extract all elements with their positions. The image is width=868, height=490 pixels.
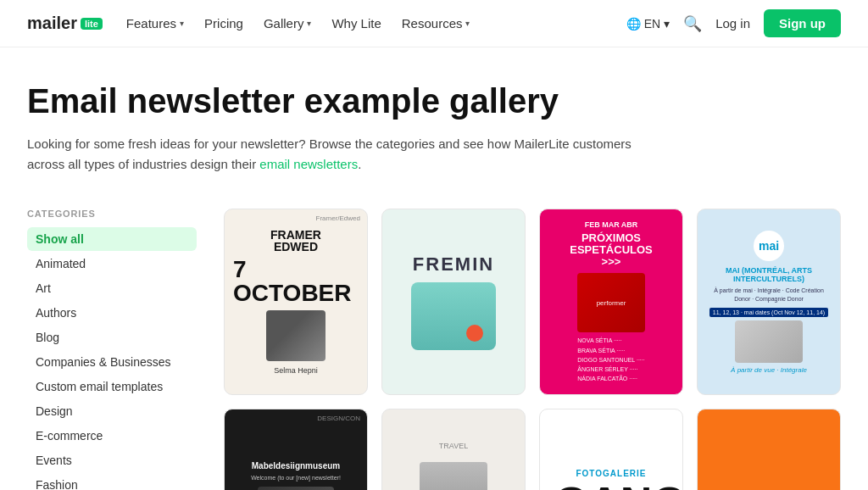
card-label-5: DESIGN/CON [317, 415, 360, 422]
card1-author: Selma Hepni [274, 366, 318, 375]
nav-pricing[interactable]: Pricing [204, 16, 243, 31]
card4-logo: mai [754, 231, 784, 261]
nav-resources[interactable]: Resources ▾ [402, 16, 470, 31]
chevron-down-icon: ▾ [180, 19, 184, 28]
card3-image: performer [577, 273, 645, 332]
card6-label: TRAVEL [439, 442, 468, 450]
globe-icon: 🌐 [626, 17, 641, 31]
sidebar-item-events[interactable]: Events [27, 448, 197, 472]
nav-whylite[interactable]: Why Lite [331, 16, 381, 31]
sidebar-item-authors[interactable]: Authors [27, 301, 197, 325]
card-content-6: TRAVEL Newsletter [382, 409, 525, 490]
search-icon[interactable]: 🔍 [683, 14, 702, 33]
card3-list: NOVA SÉTIA ····· BRAVA SÉTIA ····· DIOGO… [577, 336, 644, 383]
language-selector[interactable]: 🌐 EN ▾ [626, 17, 670, 31]
logo-text: mailer [27, 14, 77, 33]
card7-sublabel: FOTOGALERIE [576, 469, 646, 478]
sidebar-item-fashion[interactable]: Fashion [27, 473, 197, 490]
sidebar-item-art[interactable]: Art [27, 276, 197, 300]
sidebar: CATEGORIES Show all Animated Art Authors… [27, 209, 197, 490]
logo-badge: lite [81, 18, 103, 30]
card-content-2: FREMIN [382, 209, 525, 394]
card-content-3: FEB MAR ABR PRÓXIMOSESPETÁCULOS>>> perfo… [540, 209, 682, 394]
sidebar-item-companies[interactable]: Companies & Businesses [27, 350, 197, 374]
card1-image [266, 310, 326, 361]
card4-text: À partir de mai · Intégrale · Code Créat… [706, 287, 832, 304]
gallery-card-5[interactable]: DESIGN/CON Mabeldesiignmuseum Welcome (t… [224, 409, 368, 490]
card3-header: FEB MAR ABR [585, 220, 638, 229]
nav-gallery[interactable]: Gallery ▾ [264, 16, 312, 31]
hero-description: Looking for some fresh ideas for your ne… [27, 134, 651, 175]
sidebar-item-design[interactable]: Design [27, 399, 197, 423]
card5-text: Welcome (to our [new] newsletter! [251, 474, 341, 482]
card1-date: 7 OCTOBER [233, 258, 359, 305]
sidebar-item-show-all[interactable]: Show all [27, 227, 197, 251]
signup-button[interactable]: Sign up [764, 9, 841, 37]
gallery-card-3[interactable]: FEB MAR ABR PRÓXIMOSESPETÁCULOS>>> perfo… [539, 209, 683, 395]
gallery-card-6[interactable]: TRAVEL Newsletter [381, 409, 526, 490]
chevron-down-icon: ▾ [307, 19, 311, 28]
nav-features[interactable]: Features ▾ [126, 16, 184, 31]
sidebar-item-ecommerce[interactable]: E-commerce [27, 424, 197, 448]
card4-banner: 11, 12, 13 · mai dates (Oct Nov 12, 11, … [709, 308, 828, 317]
card6-image [420, 462, 487, 491]
card2-pool-image [411, 282, 496, 350]
card-label-1: Framer/Edwed [316, 214, 360, 222]
card-content-8: Rupert RUPERT MUSEUM JUNE NEWSLETTER [698, 409, 840, 490]
nav-actions: 🌐 EN ▾ 🔍 Log in Sign up [626, 9, 841, 37]
main-layout: CATEGORIES Show all Animated Art Authors… [0, 192, 868, 490]
sidebar-item-blog[interactable]: Blog [27, 326, 197, 349]
gallery-card-4[interactable]: mai MAI (MONTRÉAL, ARTS INTERCULTURELS) … [697, 209, 841, 395]
card1-logo: FRAMEREDWED [270, 229, 321, 253]
card5-image [258, 487, 334, 490]
card5-title: Mabeldesiignmuseum [252, 461, 340, 471]
card-content-4: mai MAI (MONTRÉAL, ARTS INTERCULTURELS) … [698, 209, 840, 394]
card2-title: FREMIN [413, 253, 494, 276]
chevron-down-icon: ▾ [664, 17, 670, 31]
hero-section: Email newsletter example gallery Looking… [0, 47, 678, 192]
logo[interactable]: mailer lite [27, 14, 103, 33]
gallery-card-8[interactable]: Rupert RUPERT MUSEUM JUNE NEWSLETTER [697, 409, 841, 490]
highlight-text: email newsletters [259, 157, 358, 171]
card4-bottom: À partir de vue · Intégrale [731, 366, 807, 374]
card7-title: GANG [554, 483, 682, 490]
card4-title: MAI (MONTRÉAL, ARTS INTERCULTURELS) [706, 266, 832, 283]
hero-title: Email newsletter example gallery [27, 81, 651, 120]
sidebar-item-animated[interactable]: Animated [27, 252, 197, 276]
gallery-card-2[interactable]: FREMIN [381, 209, 526, 395]
sidebar-item-custom[interactable]: Custom email templates [27, 375, 197, 398]
card-content-1: FRAMEREDWED 7 OCTOBER Selma Hepni [225, 209, 367, 394]
login-link[interactable]: Log in [715, 16, 750, 31]
nav-links: Features ▾ Pricing Gallery ▾ Why Lite Re… [126, 16, 603, 31]
card3-title: PRÓXIMOSESPETÁCULOS>>> [570, 232, 653, 269]
card-content-7: FOTOGALERIE DE GANG museum [540, 409, 682, 490]
sidebar-section-title: CATEGORIES [27, 209, 197, 219]
gallery-grid: Framer/Edwed FRAMEREDWED 7 OCTOBER Selma… [224, 209, 841, 490]
card4-image [735, 320, 803, 363]
chevron-down-icon: ▾ [465, 19, 470, 28]
navbar: mailer lite Features ▾ Pricing Gallery ▾… [0, 0, 868, 47]
gallery-card-7[interactable]: FOTOGALERIE DE GANG museum [539, 409, 683, 490]
gallery-card-1[interactable]: Framer/Edwed FRAMEREDWED 7 OCTOBER Selma… [224, 209, 368, 395]
